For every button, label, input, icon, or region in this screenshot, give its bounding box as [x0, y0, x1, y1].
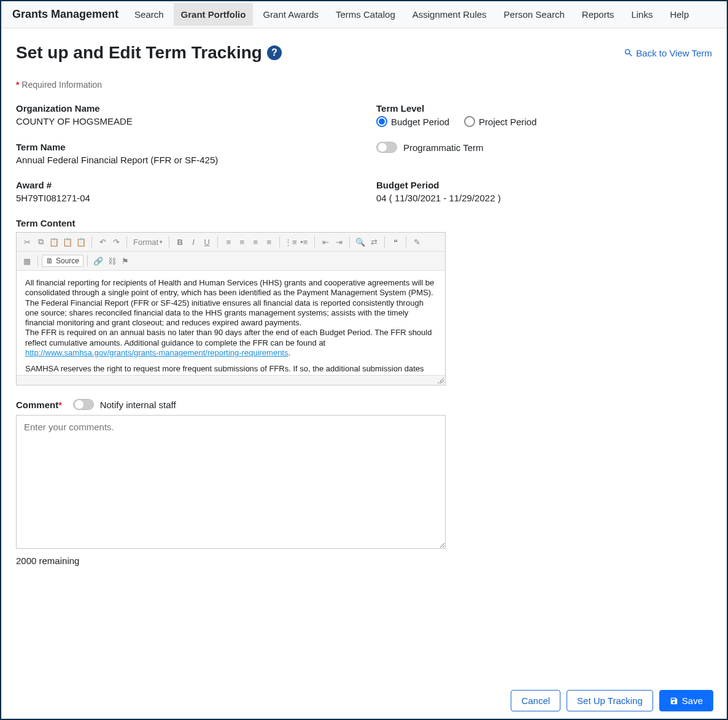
editor-body[interactable]: All financial reporting for recipients o… — [17, 271, 445, 375]
brand: Grants Management — [12, 8, 118, 21]
award-value: 5H79TI081271-04 — [16, 193, 352, 203]
asterisk-icon: * — [16, 80, 19, 90]
italic-icon[interactable]: I — [187, 235, 200, 249]
numbered-list-icon[interactable]: ⋮≡ — [284, 235, 297, 249]
term-content-p3: SAMHSA reserves the right to request mor… — [25, 364, 436, 375]
cut-icon[interactable]: ✂ — [20, 235, 34, 249]
nav-grant-portfolio[interactable]: Grant Portfolio — [174, 3, 254, 26]
resize-grip-icon[interactable] — [438, 377, 444, 384]
paste-word-icon[interactable]: 📋 — [74, 235, 88, 249]
nav-person-search[interactable]: Person Search — [497, 3, 572, 26]
search-icon — [624, 48, 633, 58]
nav-search[interactable]: Search — [127, 3, 171, 26]
align-left-icon[interactable]: ≡ — [222, 235, 235, 249]
term-name-value: Annual Federal Financial Report (FFR or … — [16, 155, 352, 165]
editor-footer — [17, 375, 445, 385]
save-button-label: Save — [682, 695, 703, 706]
term-content-p2: The FFR is required on an annual basis n… — [25, 328, 436, 358]
copy-icon[interactable]: ⧉ — [34, 235, 47, 249]
back-link-text: Back to View Term — [636, 48, 712, 58]
footer-buttons: Cancel Set Up Tracking Save — [511, 690, 713, 711]
term-content-p1: All financial reporting for recipients o… — [25, 278, 436, 328]
set-up-tracking-button[interactable]: Set Up Tracking — [567, 690, 653, 711]
radio-checked-icon — [376, 116, 387, 127]
source-button[interactable]: 🗎 Source — [42, 255, 83, 267]
term-name-label: Term Name — [16, 142, 352, 152]
indent-icon[interactable]: ⇥ — [332, 235, 346, 249]
table-icon[interactable]: ▦ — [20, 254, 34, 268]
notify-staff-label: Notify internal staff — [100, 400, 176, 410]
format-dropdown[interactable]: Format ▾ — [131, 238, 165, 247]
comment-label: Comment — [16, 400, 58, 410]
budget-period-label: Budget Period — [376, 180, 712, 190]
comment-textarea[interactable] — [16, 415, 446, 549]
programmatic-term-toggle[interactable] — [376, 142, 397, 153]
paste-icon[interactable]: 📋 — [47, 235, 61, 249]
nav-reports[interactable]: Reports — [575, 3, 622, 26]
align-right-icon[interactable]: ≡ — [249, 235, 262, 249]
comment-label-wrap: Comment* — [16, 400, 62, 410]
award-label: Award # — [16, 180, 352, 190]
page-title-text: Set up and Edit Term Tracking — [16, 43, 262, 63]
link-icon[interactable]: 🔗 — [91, 254, 105, 268]
align-center-icon[interactable]: ≡ — [235, 235, 249, 249]
org-name-value: COUNTY OF HOGSMEADE — [16, 116, 352, 126]
rich-text-editor: ✂ ⧉ 📋 📋 📋 ↶ ↷ Format ▾ B I U ≡ ≡ ≡ ≡ ⋮≡ … — [16, 232, 446, 385]
flag-icon[interactable]: ⚑ — [118, 254, 132, 268]
undo-icon[interactable]: ↶ — [96, 235, 109, 249]
nav-terms-catalog[interactable]: Terms Catalog — [328, 3, 403, 26]
term-content-p2-text: The FFR is required on an annual basis n… — [25, 328, 432, 347]
top-nav: Grants Management Search Grant Portfolio… — [1, 1, 727, 28]
nav-grant-awards[interactable]: Grant Awards — [255, 3, 326, 26]
save-button[interactable]: Save — [659, 690, 713, 711]
unlink-icon[interactable]: ⛓ — [105, 254, 118, 268]
radio-budget-period-label: Budget Period — [391, 117, 449, 127]
document-icon: 🗎 — [46, 257, 53, 265]
required-info-label: Required Information — [21, 80, 102, 90]
radio-project-period-label: Project Period — [479, 117, 536, 127]
nav-links[interactable]: Links — [624, 3, 660, 26]
outdent-icon[interactable]: ⇤ — [319, 235, 332, 249]
bulleted-list-icon[interactable]: •≡ — [297, 235, 311, 249]
blockquote-icon[interactable]: ❝ — [389, 235, 402, 249]
radio-project-period[interactable]: Project Period — [464, 116, 536, 127]
align-justify-icon[interactable]: ≡ — [262, 235, 276, 249]
help-icon[interactable]: ? — [267, 45, 282, 60]
remove-format-icon[interactable]: ✎ — [410, 235, 424, 249]
required-info: * Required Information — [16, 80, 712, 90]
source-button-label: Source — [56, 257, 79, 265]
org-name-label: Organization Name — [16, 103, 352, 114]
budget-period-value: 04 ( 11/30/2021 - 11/29/2022 ) — [376, 193, 712, 203]
save-icon — [670, 697, 678, 705]
asterisk-icon: * — [58, 400, 61, 410]
comment-remaining: 2000 remaining — [16, 555, 712, 566]
editor-toolbar: ✂ ⧉ 📋 📋 📋 ↶ ↷ Format ▾ B I U ≡ ≡ ≡ ≡ ⋮≡ … — [17, 233, 445, 252]
redo-icon[interactable]: ↷ — [109, 235, 123, 249]
nav-assignment-rules[interactable]: Assignment Rules — [405, 3, 494, 26]
back-to-view-term-link[interactable]: Back to View Term — [624, 48, 712, 58]
cancel-button[interactable]: Cancel — [511, 690, 560, 711]
replace-icon[interactable]: ⇄ — [367, 235, 381, 249]
bold-icon[interactable]: B — [173, 235, 187, 249]
underline-icon[interactable]: U — [200, 235, 214, 249]
page-title: Set up and Edit Term Tracking ? — [16, 43, 282, 63]
term-level-label: Term Level — [376, 103, 712, 114]
programmatic-term-label: Programmatic Term — [403, 142, 484, 153]
editor-toolbar-row2: ▦ 🗎 Source 🔗 ⛓ ⚑ — [17, 252, 445, 271]
paste-text-icon[interactable]: 📋 — [61, 235, 74, 249]
radio-budget-period[interactable]: Budget Period — [376, 116, 449, 127]
radio-unchecked-icon — [464, 116, 475, 127]
term-content-link[interactable]: http://www.samhsa.gov/grants/grants-mana… — [25, 348, 288, 357]
find-icon[interactable]: 🔍 — [354, 235, 367, 249]
term-content-label: Term Content — [16, 218, 712, 228]
nav-help[interactable]: Help — [662, 3, 696, 26]
notify-staff-toggle[interactable] — [73, 399, 94, 410]
